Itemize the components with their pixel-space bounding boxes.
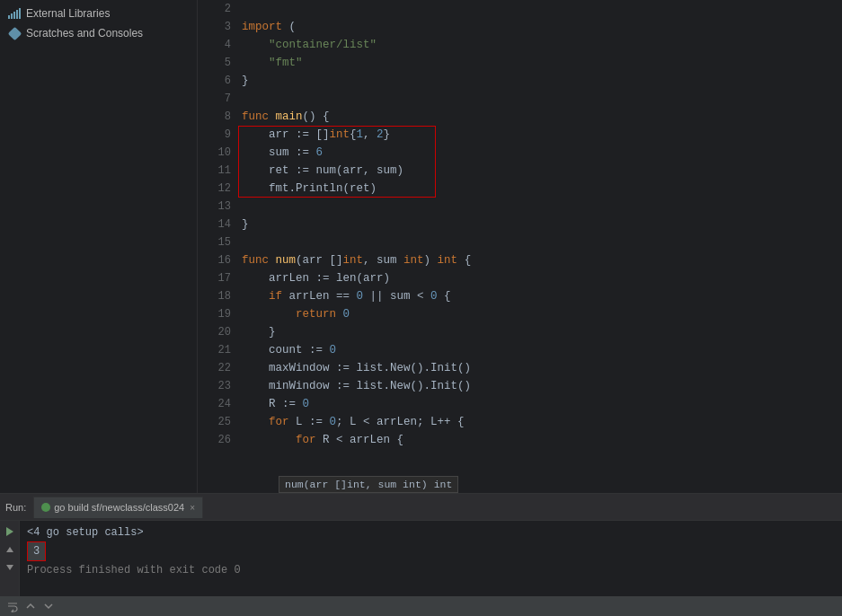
token-num: 0 bbox=[357, 287, 364, 305]
token-var bbox=[242, 305, 296, 323]
token-var: , sum bbox=[363, 251, 403, 269]
code-content[interactable]: import ( "container/list" "fmt"}▶func ma… bbox=[238, 0, 842, 493]
code-line-25: ⊖ for L := 0; L < arrLen; L++ { bbox=[242, 413, 842, 431]
line-numbers: 2345678910111213141516171819202122232425… bbox=[198, 0, 238, 493]
token-var: () { bbox=[303, 108, 330, 126]
token-str: "container/list" bbox=[242, 36, 377, 54]
token-kw: for bbox=[269, 413, 289, 431]
token-num: 0 bbox=[303, 395, 310, 413]
token-var: (arr [] bbox=[296, 251, 343, 269]
line-number-8: 8 bbox=[205, 108, 231, 126]
code-line-19: return 0 bbox=[242, 305, 842, 323]
token-var: arrLen := len(arr) bbox=[242, 269, 390, 287]
run-label: Run: bbox=[5, 502, 26, 513]
wrap-icon bbox=[6, 600, 19, 612]
code-line-5: "fmt" bbox=[242, 54, 842, 72]
code-line-18: ⊖ if arrLen == 0 || sum < 0 { bbox=[242, 287, 842, 305]
run-tab-label: go build sf/newclass/class024 bbox=[54, 502, 184, 513]
run-output-value-badge: 3 bbox=[27, 541, 46, 561]
code-line-8: ▶func main() { bbox=[242, 108, 842, 126]
run-sidebar-buttons bbox=[0, 521, 20, 596]
token-var: minWindow := list.New().Init() bbox=[242, 377, 471, 395]
token-kw: int bbox=[438, 251, 458, 269]
line-number-17: 17 bbox=[205, 269, 231, 287]
code-container: 2345678910111213141516171819202122232425… bbox=[198, 0, 842, 493]
code-line-3: import ( bbox=[242, 18, 842, 36]
token-var: count := bbox=[242, 341, 330, 359]
scroll-up-icon bbox=[24, 600, 37, 612]
line-number-11: 11 bbox=[205, 162, 231, 180]
run-arrow-down-button[interactable] bbox=[3, 560, 17, 575]
token-kw: for bbox=[296, 431, 316, 449]
token-var: arrLen == bbox=[282, 287, 357, 305]
line-number-16: 16 bbox=[205, 251, 231, 269]
code-tooltip: num(arr []int, sum int) int bbox=[279, 476, 458, 493]
run-tab-close-icon[interactable]: × bbox=[190, 503, 195, 513]
token-var: sum := bbox=[242, 144, 316, 162]
code-line-6: } bbox=[242, 72, 842, 90]
scroll-down-icon bbox=[42, 600, 55, 612]
arrow-up-icon bbox=[6, 547, 13, 552]
token-kw: int bbox=[403, 251, 424, 269]
sidebar-item-external-libraries[interactable]: External Libraries bbox=[0, 4, 197, 23]
line-number-23: 23 bbox=[205, 377, 231, 395]
run-panel: Run: go build sf/newclass/class024 × <4 … bbox=[0, 493, 842, 596]
run-play-button[interactable] bbox=[3, 524, 17, 539]
status-wrap-button[interactable] bbox=[5, 599, 20, 613]
code-line-10: sum := 6 bbox=[242, 144, 842, 162]
token-var: R := bbox=[242, 395, 303, 413]
code-line-20: ⊖ } bbox=[242, 323, 842, 341]
token-num: 0 bbox=[430, 287, 438, 305]
token-str: "fmt" bbox=[242, 54, 303, 72]
token-var: } bbox=[242, 323, 276, 341]
token-var bbox=[242, 431, 296, 449]
run-output-finish: Process finished with exit code 0 bbox=[27, 562, 835, 578]
token-kw: int bbox=[330, 126, 350, 144]
code-line-22: maxWindow := list.New().Init() bbox=[242, 359, 842, 377]
token-num: 1 bbox=[357, 126, 364, 144]
code-line-26: ⊖ for R < arrLen { bbox=[242, 431, 842, 449]
token-var: || sum < bbox=[363, 287, 430, 305]
token-var: arr := [] bbox=[242, 126, 330, 144]
status-scroll-up-button[interactable] bbox=[23, 599, 38, 613]
line-number-15: 15 bbox=[205, 233, 231, 251]
token-num: 2 bbox=[377, 126, 384, 144]
status-scroll-down-button[interactable] bbox=[41, 599, 56, 613]
line-number-4: 4 bbox=[205, 36, 231, 54]
bars-icon bbox=[7, 6, 22, 21]
code-line-11: ret := num(arr, sum) bbox=[242, 162, 842, 180]
code-line-23: minWindow := list.New().Init() bbox=[242, 377, 842, 395]
token-var: ret := num(arr, sum) bbox=[242, 162, 403, 180]
token-var: L := bbox=[289, 413, 330, 431]
line-number-2: 2 bbox=[205, 0, 231, 18]
code-line-15 bbox=[242, 233, 842, 251]
token-var bbox=[242, 287, 269, 305]
token-var: { bbox=[438, 287, 451, 305]
sidebar-item-scratches-consoles[interactable]: Scratches and Consoles bbox=[0, 23, 197, 43]
line-number-7: 7 bbox=[205, 90, 231, 108]
token-var: ) bbox=[424, 251, 438, 269]
token-num: 0 bbox=[330, 341, 337, 359]
token-num: 0 bbox=[343, 305, 350, 323]
line-number-10: 10 bbox=[205, 144, 231, 162]
token-kw: func bbox=[242, 251, 276, 269]
line-number-21: 21 bbox=[205, 341, 231, 359]
code-line-13 bbox=[242, 198, 842, 216]
run-tab[interactable]: go build sf/newclass/class024 × bbox=[33, 497, 203, 518]
token-num: 6 bbox=[316, 144, 324, 162]
token-kw: import bbox=[242, 18, 282, 36]
run-output-area: <4 go setup calls>3Process finished with… bbox=[20, 521, 842, 596]
line-number-19: 19 bbox=[205, 305, 231, 323]
line-number-3: 3 bbox=[205, 18, 231, 36]
line-number-13: 13 bbox=[205, 198, 231, 216]
token-fn: main bbox=[276, 108, 303, 126]
run-arrow-up-button[interactable] bbox=[3, 542, 17, 557]
code-line-7 bbox=[242, 90, 842, 108]
sidebar-item-external-libraries-label: External Libraries bbox=[26, 7, 110, 20]
code-line-24: R := 0 bbox=[242, 395, 842, 413]
token-kw: func bbox=[242, 108, 276, 126]
token-var: { bbox=[457, 251, 471, 269]
line-number-25: 25 bbox=[205, 413, 231, 431]
token-var: { bbox=[350, 126, 357, 144]
line-number-20: 20 bbox=[205, 323, 231, 341]
